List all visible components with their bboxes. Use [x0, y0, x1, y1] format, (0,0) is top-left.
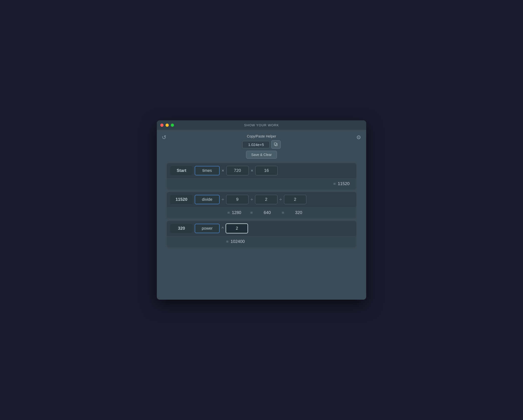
operation-cell-1[interactable]: times: [195, 166, 220, 175]
titlebar: SHOW YOUR WORK: [157, 120, 366, 130]
input-row-3: 320 power ^: [167, 221, 356, 236]
window-title: SHOW YOUR WORK: [244, 123, 279, 127]
svg-rect-1: [274, 143, 276, 145]
start-cell-2: 11520: [170, 195, 193, 204]
number-input-3-1[interactable]: [226, 223, 248, 233]
helper-value-input[interactable]: [242, 141, 270, 148]
copy-icon: [274, 142, 278, 147]
app-window: SHOW YOUR WORK ↺ ⚙ Copy/Paste Helper Sav…: [157, 120, 366, 300]
maximize-button[interactable]: [171, 124, 174, 127]
number-input-2-1[interactable]: [226, 195, 249, 204]
result-item-2-3: 320: [287, 210, 310, 215]
operator-symbol-1b: ×: [251, 168, 254, 173]
result-row-3: = 102400: [167, 236, 356, 247]
result-item-1: = 11520: [333, 181, 353, 186]
save-clear-button[interactable]: Save & Clear: [246, 151, 277, 159]
row-group-1: Start times × × = 11520: [167, 163, 356, 190]
result-val-2-1: 1280: [232, 210, 244, 215]
operation-cell-2[interactable]: divide: [195, 195, 220, 204]
row-group-2: 11520 divide ÷ ÷ ÷ = 1280: [167, 192, 356, 218]
result-item-2-1: = 1280: [225, 210, 247, 215]
number-input-2-2[interactable]: [255, 195, 277, 204]
result-val-2-2: 640: [261, 210, 273, 215]
start-cell-3: 320: [170, 224, 193, 233]
history-icon[interactable]: ↺: [162, 134, 166, 141]
result-row-2: = 1280 = 640 = 320: [167, 207, 356, 218]
result-val-3: 102400: [231, 239, 246, 244]
start-cell-1: Start: [170, 166, 193, 175]
minimize-button[interactable]: [166, 124, 169, 127]
copy-paste-helper: Copy/Paste Helper Save & Clear: [242, 134, 281, 159]
calculation-area: Start times × × = 11520 11520: [167, 163, 356, 250]
operation-cell-3[interactable]: power: [195, 224, 220, 233]
helper-row: [242, 140, 281, 149]
helper-label: Copy/Paste Helper: [247, 134, 276, 138]
result-eq-2-1: =: [227, 210, 230, 215]
result-item-3-1: = 102400: [225, 239, 247, 244]
copy-button[interactable]: [271, 140, 281, 149]
settings-icon[interactable]: ⚙: [356, 134, 361, 141]
result-eq-3: =: [226, 239, 229, 244]
close-button[interactable]: [160, 124, 164, 127]
result-eq-2-3: =: [282, 210, 284, 215]
operator-symbol-3: ^: [222, 226, 224, 231]
result-eq-2-2: =: [250, 210, 253, 215]
result-val-2-3: 320: [292, 210, 305, 215]
operator-symbol-1: ×: [222, 168, 224, 173]
operator-symbol-2c: ÷: [279, 197, 282, 202]
result-val-1: 11520: [338, 181, 353, 186]
operator-symbol-2a: ÷: [222, 197, 224, 202]
input-row-1: Start times × ×: [167, 163, 356, 178]
number-input-1-1[interactable]: [226, 166, 249, 175]
operator-symbol-2b: ÷: [251, 197, 253, 202]
number-input-2-3[interactable]: [284, 195, 306, 204]
traffic-lights: [160, 124, 174, 127]
result-item-2-2: 640: [256, 210, 278, 215]
result-eq-1: =: [333, 181, 336, 186]
main-content: ↺ ⚙ Copy/Paste Helper Save & Clear: [157, 130, 366, 300]
row-group-3: 320 power ^ = 102400: [167, 221, 356, 247]
result-row-1: = 11520: [167, 178, 356, 190]
number-input-1-2[interactable]: [255, 166, 278, 175]
input-row-2: 11520 divide ÷ ÷ ÷: [167, 192, 356, 207]
